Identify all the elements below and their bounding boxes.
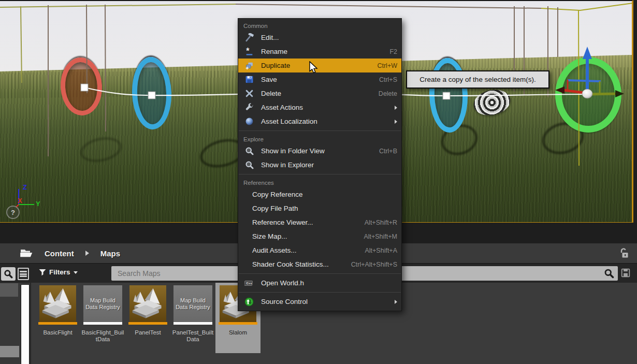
wrench-icon xyxy=(243,103,255,113)
asset-type-bar xyxy=(219,322,257,325)
menu-item-label: Audit Assets... xyxy=(252,246,297,254)
menu-item-rename[interactable]: * Rename F2 xyxy=(238,45,401,59)
asset-tile-paneltest-builtdata[interactable]: Map Build Data Registry PanelTest_BuiltD… xyxy=(170,283,215,353)
menu-item-duplicate[interactable]: Duplicate Ctrl+W xyxy=(238,59,401,72)
asset-type-bar xyxy=(173,322,212,325)
menu-item-label: Shader Cook Statistics... xyxy=(252,260,329,268)
viewport-right-gap xyxy=(633,0,637,223)
menu-section-header: Common xyxy=(238,20,401,31)
breadcrumb-current[interactable]: Maps xyxy=(100,249,120,258)
asset-label: Slalom xyxy=(216,329,260,336)
menu-item-label: Open World.h xyxy=(261,279,304,287)
registry-thumbnail: Map Build Data Registry xyxy=(173,285,212,322)
search-toggle-button[interactable] xyxy=(1,267,16,281)
menu-item-copy-reference[interactable]: Copy Reference xyxy=(238,187,401,201)
menu-item-size-map[interactable]: Size Map... Alt+Shift+M xyxy=(238,229,401,243)
menu-item-label: Size Map... xyxy=(252,232,287,240)
breadcrumb-arrow-icon xyxy=(85,251,89,256)
tooltip: Create a copy of the selected item(s). xyxy=(406,70,549,89)
menu-item-label: Delete xyxy=(261,90,281,97)
menu-item-shader-cook-statistics[interactable]: Shader Cook Statistics... Ctrl+Alt+Shift… xyxy=(238,257,401,271)
menu-item-show-in-explorer[interactable]: Show in Explorer xyxy=(238,158,401,172)
axis-x-label: X xyxy=(18,197,22,205)
asset-label: BasicFlight_BuiltData xyxy=(81,329,125,343)
magnifier-icon xyxy=(243,146,255,156)
rename-icon: * xyxy=(243,47,255,57)
asset-type-bar xyxy=(38,322,77,325)
registry-thumb-text: Map Build Data Registry xyxy=(173,297,212,311)
menu-item-label: Edit... xyxy=(261,34,279,41)
submenu-arrow-icon xyxy=(395,300,397,304)
asset-tile-basicflight[interactable]: BasicFlight xyxy=(35,283,80,353)
unlock-icon[interactable] xyxy=(619,247,629,261)
cpp-file-icon: C++ xyxy=(243,278,255,288)
menu-item-show-in-folder-view[interactable]: Show in Folder View Ctrl+B xyxy=(238,144,401,158)
menu-item-label: Copy File Path xyxy=(252,205,298,212)
menu-separator xyxy=(239,273,401,274)
asset-type-bar xyxy=(128,322,167,325)
menu-item-asset-actions[interactable]: Asset Actions xyxy=(238,100,401,114)
help-icon[interactable]: ? xyxy=(6,206,20,219)
menu-item-asset-localization[interactable]: Asset Localization xyxy=(238,114,401,128)
menu-item-label: Asset Actions xyxy=(261,104,303,111)
breadcrumb-root[interactable]: Content xyxy=(45,249,74,258)
menu-item-label: Show in Explorer xyxy=(261,161,314,169)
save-search-icon[interactable] xyxy=(621,268,630,280)
menu-item-label: Asset Localization xyxy=(261,118,317,125)
menu-item-copy-file-path[interactable]: Copy File Path xyxy=(238,201,401,215)
vertical-scrollbar[interactable] xyxy=(21,284,30,364)
asset-type-bar xyxy=(83,322,122,325)
axis-y-label: Y xyxy=(36,200,40,208)
menu-section-header: Explore xyxy=(238,133,401,144)
hammer-icon xyxy=(243,33,255,43)
sources-panel-block xyxy=(0,346,19,357)
submenu-arrow-icon xyxy=(395,106,397,110)
sources-panel-toggle-icon[interactable] xyxy=(18,268,29,280)
menu-item-open-world-h[interactable]: C++ Open World.h xyxy=(238,276,401,290)
menu-separator xyxy=(239,292,401,293)
menu-item-save[interactable]: Save Ctrl+S xyxy=(238,72,401,86)
tooltip-text: Create a copy of the selected item(s). xyxy=(419,76,535,83)
axis-z-label: Z xyxy=(23,183,27,191)
green-ring-actor-selected[interactable] xyxy=(555,57,621,133)
menu-item-source-control[interactable]: Source Control xyxy=(238,295,401,309)
menu-item-label: Duplicate xyxy=(261,62,290,69)
registry-thumbnail: Map Build Data Registry xyxy=(83,285,122,322)
duplicate-icon xyxy=(243,61,255,71)
registry-thumb-text: Map Build Data Registry xyxy=(83,297,122,311)
asset-tile-basicflight-builtdata[interactable]: Map Build Data Registry BasicFlight_Buil… xyxy=(80,283,125,353)
menu-item-label: Save xyxy=(261,76,277,83)
asset-context-menu: Common Edit... * Rename F2 Duplicate Ctr… xyxy=(238,18,402,311)
submenu-arrow-icon xyxy=(395,120,397,124)
open-folder-icon xyxy=(20,248,33,258)
globe-icon xyxy=(243,117,255,127)
level-thumbnail xyxy=(128,285,167,322)
magnifier-icon xyxy=(243,160,255,170)
svg-text:C++: C++ xyxy=(247,282,253,285)
menu-item-label: Show in Folder View xyxy=(261,147,325,155)
filters-button[interactable]: Filters xyxy=(39,268,78,276)
menu-separator xyxy=(239,130,401,131)
funnel-icon xyxy=(39,269,46,276)
menu-item-delete[interactable]: Delete Delete xyxy=(238,86,401,100)
sources-panel-block xyxy=(0,283,18,297)
menu-item-edit[interactable]: Edit... xyxy=(238,31,401,45)
delete-x-icon xyxy=(243,89,255,99)
menu-item-audit-assets[interactable]: Audit Assets... Alt+Shift+A xyxy=(238,243,401,257)
asset-label: PanelTest xyxy=(126,329,170,336)
menu-section-header: References xyxy=(238,177,401,187)
asset-label: BasicFlight xyxy=(36,329,80,336)
asset-label: PanelTest_BuiltData xyxy=(171,329,215,343)
menu-item-label: Reference Viewer... xyxy=(252,219,313,226)
menu-item-label: Rename xyxy=(261,48,287,55)
menu-item-label: Source Control xyxy=(261,298,308,305)
source-control-icon xyxy=(243,297,255,307)
level-thumbnail xyxy=(38,285,77,322)
menu-item-label: Copy Reference xyxy=(252,191,303,198)
chevron-down-icon xyxy=(74,271,78,274)
asset-tile-paneltest[interactable]: PanelTest xyxy=(125,283,170,353)
asset-tiles: BasicFlight Map Build Data Registry Basi… xyxy=(35,283,260,353)
floppy-save-icon xyxy=(243,75,255,85)
menu-item-reference-viewer[interactable]: Reference Viewer... Alt+Shift+R xyxy=(238,215,401,229)
collapsed-sources-panel xyxy=(0,283,31,364)
